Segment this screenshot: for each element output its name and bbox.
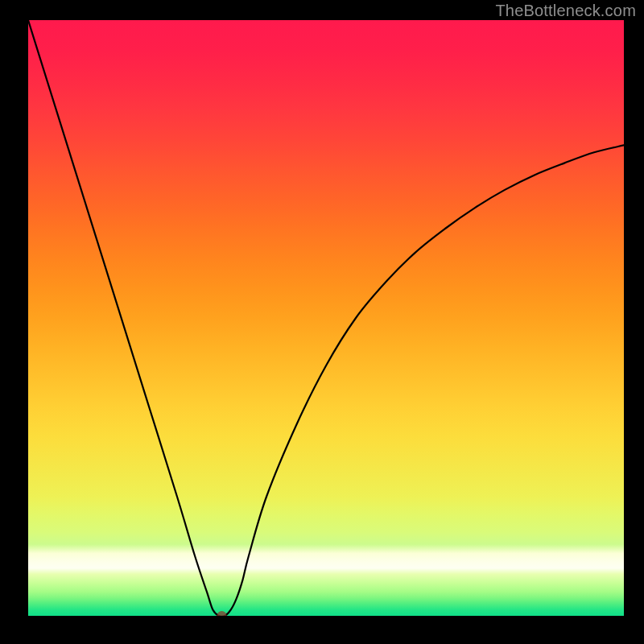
- bottleneck-curve: [28, 20, 624, 616]
- curve-layer: [28, 20, 624, 616]
- plot-area: [28, 20, 624, 616]
- watermark-text: TheBottleneck.com: [495, 2, 636, 20]
- optimal-point-dot: [217, 611, 227, 616]
- chart-frame: TheBottleneck.com: [0, 0, 644, 644]
